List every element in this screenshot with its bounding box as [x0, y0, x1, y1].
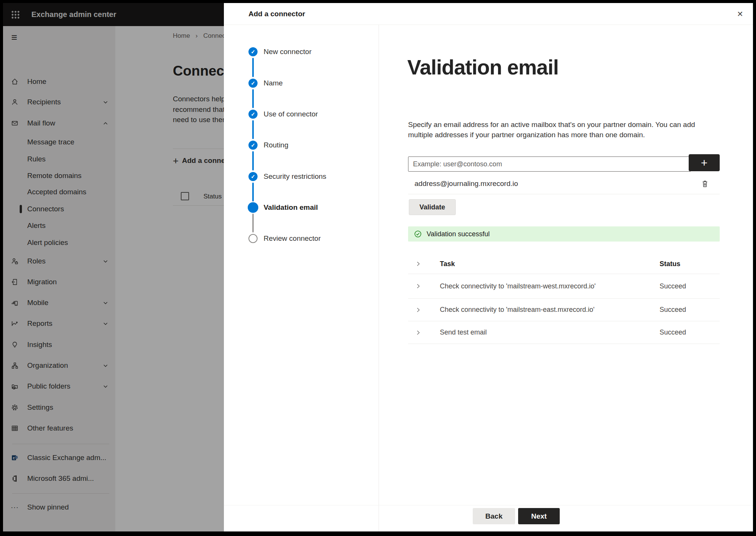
- banner-text: Validation successful: [427, 226, 490, 242]
- trash-icon: [701, 180, 709, 188]
- next-button[interactable]: Next: [518, 508, 560, 524]
- chevron-right-icon[interactable]: [415, 307, 422, 313]
- wizard-step-new-connector[interactable]: ✓ New connector: [224, 46, 375, 57]
- wizard-step-use-of-connector[interactable]: ✓ Use of connector: [224, 109, 375, 119]
- step-done-circle: ✓: [248, 47, 258, 56]
- wizard-step-routing[interactable]: ✓ Routing: [224, 140, 375, 150]
- step-connector-line: [252, 183, 254, 201]
- wizard-divider: [379, 25, 379, 531]
- step-todo-circle: [248, 234, 258, 243]
- dialog-title: Add a connector: [248, 3, 305, 25]
- wizard-step-validation-email[interactable]: Validation email: [224, 202, 375, 213]
- close-icon[interactable]: ✕: [733, 7, 747, 21]
- add-connector-dialog: Add a connector ✕ ✓ New connector ✓ Name…: [224, 3, 753, 531]
- validation-success-banner: Validation successful: [408, 226, 720, 242]
- table-row[interactable]: Check connectivity to 'mailstream-east.m…: [408, 299, 720, 321]
- divider: [408, 194, 720, 194]
- wizard-step-review-connector[interactable]: Review connector: [224, 233, 375, 244]
- wizard-step-name[interactable]: ✓ Name: [224, 78, 375, 88]
- status-value: Succeed: [660, 274, 686, 298]
- step-done-circle: ✓: [248, 172, 258, 181]
- step-done-circle: ✓: [248, 141, 258, 150]
- delete-address-button[interactable]: [700, 178, 710, 189]
- exchange-admin-app: Exchange admin center ≡ Home Recipients: [3, 3, 753, 531]
- dialog-header-divider: [224, 25, 753, 25]
- step-current-circle: [248, 202, 258, 213]
- task-column-header: Task: [440, 254, 455, 274]
- step-done-circle: ✓: [248, 79, 258, 88]
- step-description: Specify an email address for an active m…: [408, 119, 709, 140]
- step-connector-line: [252, 120, 254, 139]
- success-check-icon: [414, 230, 422, 238]
- table-row[interactable]: Send test email Succeed: [408, 321, 720, 344]
- chevron-right-icon[interactable]: [415, 260, 422, 267]
- status-value: Succeed: [660, 321, 686, 344]
- screenshot-frame: Exchange admin center ≡ Home Recipients: [0, 0, 756, 536]
- status-value: Succeed: [660, 299, 686, 321]
- validation-results-table: Task Status Check connectivity to 'mails…: [408, 254, 720, 344]
- wizard-step-security-restrictions[interactable]: ✓ Security restrictions: [224, 171, 375, 182]
- step-heading: Validation email: [407, 55, 559, 79]
- plus-icon: +: [701, 156, 708, 169]
- added-email-address: address@journaling.mxrecord.io: [414, 178, 518, 189]
- step-connector-line: [252, 89, 254, 108]
- step-connector-line: [252, 58, 254, 77]
- chevron-right-icon[interactable]: [415, 283, 422, 290]
- back-button[interactable]: Back: [473, 508, 515, 524]
- table-header-row: Task Status: [408, 254, 720, 274]
- status-column-header: Status: [660, 254, 680, 274]
- step-done-circle: ✓: [248, 110, 258, 119]
- footer-divider: [224, 505, 753, 505]
- step-connector-line: [252, 151, 254, 170]
- table-row[interactable]: Check connectivity to 'mailstream-west.m…: [408, 274, 720, 299]
- modal-dim-overlay: [3, 3, 224, 531]
- validate-button[interactable]: Validate: [409, 199, 456, 215]
- email-address-input[interactable]: [408, 156, 691, 172]
- step-connector-line: [252, 214, 254, 232]
- chevron-right-icon[interactable]: [415, 329, 422, 336]
- add-email-button[interactable]: +: [689, 154, 720, 171]
